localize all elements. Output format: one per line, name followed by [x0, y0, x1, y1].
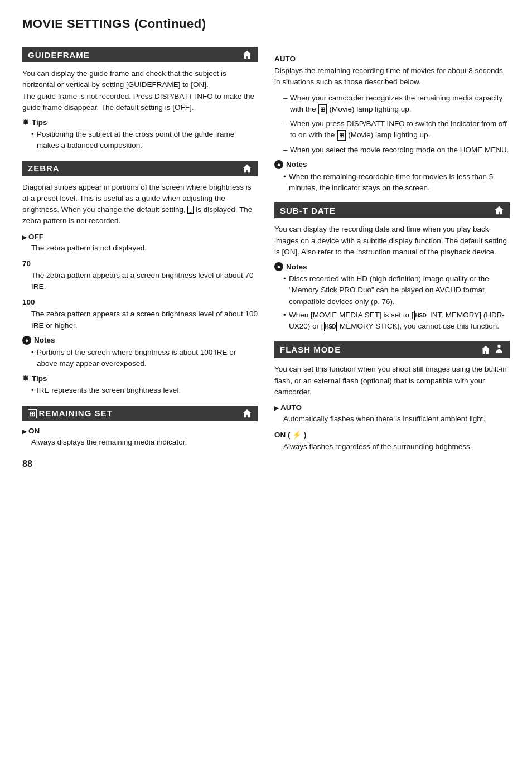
subt-notes-header: ● Notes [274, 262, 510, 271]
tips-icon-zebra: ✸ [22, 374, 29, 383]
svg-point-0 [497, 345, 500, 348]
notes-icon-auto: ● [274, 160, 283, 169]
zebra-section: ZEBRA Diagonal stripes appear in portion… [22, 161, 258, 397]
subt-notes-body: Discs recorded with HD (high definition)… [283, 273, 510, 332]
100-label: 100 [22, 298, 258, 306]
flash-auto-label: AUTO [274, 403, 510, 412]
70-label: 70 [22, 259, 258, 268]
auto-item-2: – When you press DISP/BATT INFO to switc… [283, 118, 510, 141]
remaining-set-header: ⊞REMAINING SET [22, 406, 258, 421]
guideframe-section: GUIDEFRAME You can display the guide fra… [22, 47, 258, 152]
zebra-notes-header: ● Notes [22, 336, 258, 345]
zebra-header: ZEBRA [22, 161, 258, 176]
home-icon-zebra [242, 163, 252, 173]
flash-mode-section: FLASH MODE You ca [274, 341, 510, 452]
100-body: The zebra pattern appears at a screen br… [31, 308, 258, 331]
sub-t-date-body: You can display the recording date and t… [274, 224, 510, 332]
media-icon-2: ⊞ [337, 130, 346, 141]
media-icon-4: HSD [324, 322, 337, 331]
flash-on-label: ON ( ⚡ ) [274, 430, 510, 439]
home-icon-remaining [242, 408, 252, 418]
auto-remaining-body: Displays the remaining recording time of… [274, 65, 510, 88]
flash-on-body: Always flashes regardless of the surroun… [283, 441, 510, 452]
tips-icon: ✸ [22, 118, 29, 127]
remaining-set-title: ⊞REMAINING SET [28, 408, 113, 418]
guideframe-tips-header: ✸ Tips [22, 118, 258, 127]
zebra-body: Diagonal stripes appear in portions of t… [22, 182, 258, 397]
auto-notes-body: When the remaining recordable time for m… [283, 171, 510, 194]
on-label: ON [22, 427, 258, 435]
zebra-tips-header: ✸ Tips [22, 374, 258, 383]
sub-t-date-section: SUB-T DATE You can display the recording… [274, 202, 510, 332]
zebra-notes-body: Portions of the screen where brightness … [31, 347, 258, 370]
flash-mode-header: FLASH MODE [274, 341, 510, 358]
off-label: OFF [22, 233, 258, 241]
zebra-title: ZEBRA [28, 163, 60, 173]
remaining-set-section: ⊞REMAINING SET ON Always displays the re… [22, 406, 258, 448]
notes-icon-subt: ● [274, 262, 283, 271]
guideframe-body: You can display the guide frame and chec… [22, 68, 258, 152]
sub-t-date-title: SUB-T DATE [280, 206, 336, 215]
off-body: The zebra pattern is not displayed. [31, 243, 258, 254]
guideframe-header: GUIDEFRAME [22, 47, 258, 62]
flash-mode-title: FLASH MODE [280, 345, 341, 354]
notes-icon-zebra: ● [22, 336, 31, 345]
media-icon-3: HSD [414, 311, 428, 320]
sub-t-date-header: SUB-T DATE [274, 202, 510, 218]
guideframe-title: GUIDEFRAME [28, 50, 90, 60]
person-icon-flash [494, 344, 504, 355]
auto-notes-header: ● Notes [274, 160, 510, 169]
auto-remaining-items: – When your camcorder recognizes the rem… [283, 93, 510, 156]
right-column: AUTO Displays the remaining recording ti… [274, 47, 510, 469]
page-title: MOVIE SETTINGS (Continued) [22, 17, 510, 31]
left-column: GUIDEFRAME You can display the guide fra… [22, 47, 258, 469]
home-icon-flash [481, 345, 491, 355]
remaining-set-body: ON Always displays the remaining media i… [22, 427, 258, 448]
zebra-tips-body: IRE represents the screen brightness lev… [31, 385, 258, 396]
on-body: Always displays the remaining media indi… [31, 437, 258, 448]
auto-remaining-title: AUTO [274, 55, 510, 63]
home-icon [242, 50, 252, 60]
page-number: 88 [22, 459, 258, 469]
guideframe-tips-body: Positioning the subject at the cross poi… [31, 129, 258, 152]
flash-auto-body: Automatically flashes when there is insu… [283, 413, 510, 425]
70-body: The zebra pattern appears at a screen br… [31, 270, 258, 293]
flash-mode-icons [481, 344, 504, 355]
flash-mode-body: You can set this function when you shoot… [274, 364, 510, 452]
auto-item-3: – When you select the movie recording mo… [283, 144, 510, 156]
auto-remaining-section: AUTO Displays the remaining recording ti… [274, 47, 510, 194]
media-icon-1: ⊞ [318, 104, 327, 115]
home-icon-subt [494, 205, 504, 215]
auto-item-1: – When your camcorder recognizes the rem… [283, 93, 510, 115]
